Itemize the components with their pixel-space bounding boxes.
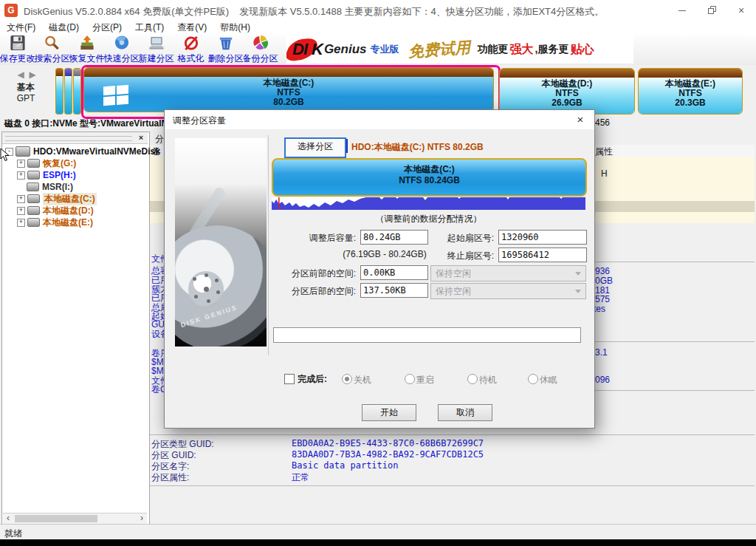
after-done-checkbox[interactable] xyxy=(284,374,295,384)
dialog-close-button[interactable]: × xyxy=(572,112,588,127)
toolbar-label: 格式化 xyxy=(178,52,205,65)
tree-item-c[interactable]: + 本地磁盘(C:) xyxy=(17,193,97,205)
capacity-input[interactable] xyxy=(360,230,428,245)
next-disk-arrow[interactable]: ▶ xyxy=(27,69,38,80)
resize-marker[interactable] xyxy=(278,197,280,210)
recover-files-button[interactable]: 恢复文件 xyxy=(69,35,104,65)
back-space-label: 分区后部的空间: xyxy=(276,285,356,298)
format-button[interactable]: 格式化 xyxy=(173,35,208,65)
radio-hibernate[interactable] xyxy=(528,374,538,384)
radio-restart-label[interactable]: 重启 xyxy=(416,374,434,386)
menu-view[interactable]: 查看(V) xyxy=(171,21,213,34)
capacity-label: 调整后容量: xyxy=(298,232,356,245)
tree-expand-icon[interactable]: + xyxy=(17,171,25,180)
disk-hub xyxy=(188,271,224,307)
mini-partition-msr[interactable] xyxy=(73,68,81,115)
menu-file[interactable]: 文件(F) xyxy=(0,21,42,34)
delete-partition-button[interactable]: 删除分区 xyxy=(208,35,243,65)
status-text: 就绪 xyxy=(4,528,22,540)
radio-standby-label[interactable]: 待机 xyxy=(479,374,497,386)
tree-item-e[interactable]: + 本地磁盘(E:) xyxy=(17,216,93,228)
detail-label: 分区属性: xyxy=(151,471,292,484)
slogan-part: ,服务更 xyxy=(535,43,569,56)
radio-hibernate-label[interactable]: 休眠 xyxy=(540,374,557,386)
mini-partition-recovery[interactable] xyxy=(55,68,63,115)
select-partition-button[interactable]: 选择分区 xyxy=(284,137,346,158)
status-bar: 就绪 xyxy=(0,524,756,540)
progress-message-box xyxy=(273,327,581,343)
backup-partition-button[interactable]: 备份分区 xyxy=(243,35,278,65)
tree-item-label: ESP(H:) xyxy=(43,170,76,180)
dialog-title: 调整分区容量 xyxy=(173,115,226,127)
partition-bar-c[interactable]: 本地磁盘(C:) NTFS 80.2GB xyxy=(83,67,494,112)
mini-partition-esp[interactable] xyxy=(64,68,72,115)
menu-tools[interactable]: 工具(T) xyxy=(128,21,171,34)
toolbar-label: 备份分区 xyxy=(243,52,278,65)
histogram-caption: （调整前的数据分配情况） xyxy=(272,213,585,225)
menu-disk[interactable]: 磁盘(D) xyxy=(42,21,86,34)
partition-bar-e[interactable]: 本地磁盘(E:) NTFS 20.3GB xyxy=(638,68,743,115)
partition-bar-d[interactable]: 本地磁盘(D:) NTFS 26.9GB xyxy=(499,68,635,115)
back-space-input[interactable] xyxy=(360,283,428,298)
search-partition-button[interactable]: 搜索分区 xyxy=(35,35,69,65)
tree-item-label: 恢复(G:) xyxy=(43,157,76,170)
delete-partition-icon xyxy=(216,35,236,52)
toolbar-label: 恢复文件 xyxy=(69,52,105,65)
restore-button[interactable] xyxy=(697,0,726,21)
tree-item-recovery[interactable]: + 恢复(G:) xyxy=(17,157,76,169)
minimize-button[interactable] xyxy=(667,0,697,21)
after-done-label: 完成后: xyxy=(298,373,327,386)
tree-horizontal-scrollbar[interactable]: ‹ › xyxy=(3,513,147,524)
tab-partition-info[interactable]: 分 xyxy=(155,133,164,146)
radio-shutdown[interactable] xyxy=(342,374,352,384)
divider xyxy=(149,434,755,435)
dialog-title-bar: 调整分区容量 × xyxy=(165,110,594,129)
title-bar: G DiskGenius V5.2.0.884 x64 免费版(单文件PE版)发… xyxy=(0,0,756,21)
new-partition-button[interactable]: 新建分区 xyxy=(139,35,173,65)
tree-expand-icon[interactable]: + xyxy=(17,195,25,203)
disk-bus-type: 基本 xyxy=(13,81,38,94)
save-changes-button[interactable]: 保存更改 xyxy=(0,35,35,65)
divider xyxy=(589,341,755,342)
scrollbar-thumb[interactable] xyxy=(15,515,97,522)
disk-icon xyxy=(16,146,30,157)
window-title: DiskGenius V5.2.0.884 x64 免费版(单文件PE版)发现新… xyxy=(24,5,604,18)
detail-value: 正常 xyxy=(292,471,309,484)
radio-shutdown-label[interactable]: 关机 xyxy=(354,374,371,386)
search-icon xyxy=(43,35,62,52)
partition-icon xyxy=(27,218,40,227)
start-button[interactable]: 开始 xyxy=(362,404,416,421)
attr-cell: H xyxy=(601,168,608,179)
tree-root-disk[interactable]: - HDO:VMwareVirtualNVMeDisk xyxy=(5,146,160,157)
prev-disk-arrow[interactable]: ◀ xyxy=(15,69,27,80)
promo-banner[interactable]: DI K Genius 专业版 免费试用 功能更 强大 ,服务更 贴心 xyxy=(286,35,633,64)
menu-help[interactable]: 帮助(H) xyxy=(213,21,257,34)
chevron-down-icon xyxy=(575,290,581,293)
detail-value-fragment: 096 xyxy=(595,375,610,385)
detail-label-fragment: 卷G xyxy=(151,383,164,396)
tree-item-msr[interactable]: MSR(I:) xyxy=(27,181,73,193)
tree-expand-icon[interactable]: + xyxy=(17,219,25,227)
front-space-input[interactable] xyxy=(360,265,428,280)
front-space-mode-dropdown[interactable]: 保持空闲 xyxy=(430,265,586,281)
radio-standby[interactable] xyxy=(467,374,478,384)
dialog-partition-bar[interactable]: 本地磁盘(C:) NTFS 80.24GB xyxy=(272,158,587,197)
tree-panel-header[interactable]: × xyxy=(2,132,148,144)
radio-restart[interactable] xyxy=(405,374,415,384)
tree-item-d[interactable]: + 本地磁盘(D:) xyxy=(17,205,94,216)
back-space-mode-dropdown[interactable]: 保持空闲 xyxy=(430,283,586,299)
quick-partition-button[interactable]: 快速分区 xyxy=(104,35,139,65)
app-title: DiskGenius V5.2.0.884 x64 免费版(单文件PE版) xyxy=(24,6,229,17)
tree-expand-icon[interactable]: + xyxy=(17,207,25,215)
tree-expand-icon[interactable]: + xyxy=(17,160,25,168)
menu-partition[interactable]: 分区(P) xyxy=(86,21,128,34)
scroll-left-arrow[interactable]: ‹ xyxy=(3,513,13,524)
close-button[interactable]: × xyxy=(726,0,756,21)
cancel-button[interactable]: 取消 xyxy=(438,404,492,421)
tree-item-esp[interactable]: + ESP(H:) xyxy=(17,169,76,181)
start-sector-input[interactable] xyxy=(498,230,587,245)
panel-close-icon[interactable]: × xyxy=(137,132,145,143)
scroll-right-arrow[interactable]: › xyxy=(137,513,147,524)
partition-size: 20.3GB xyxy=(639,98,742,108)
end-sector-input[interactable] xyxy=(498,248,587,262)
